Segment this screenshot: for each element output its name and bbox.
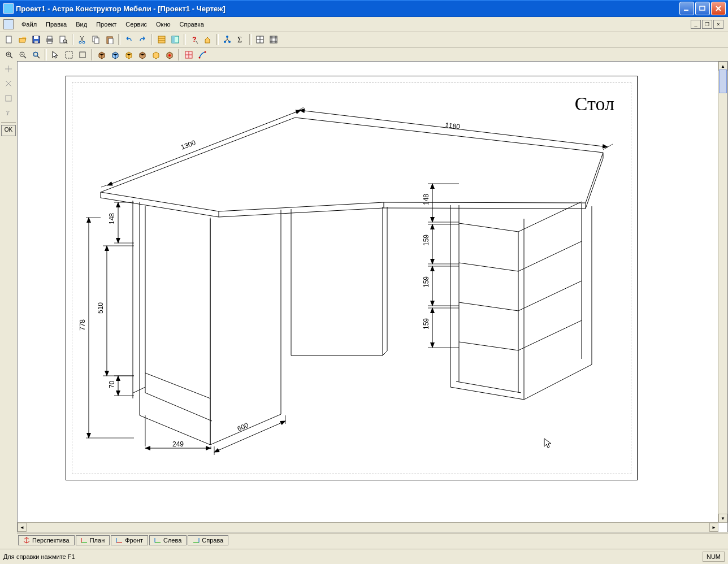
mdi-close-button[interactable]: × (713, 20, 723, 29)
menubar: Файл Правка Вид Проект Сервис Окно Справ… (0, 17, 728, 32)
svg-rect-2 (6, 36, 11, 43)
scroll-left-icon[interactable]: ◄ (18, 523, 27, 532)
tab-plan[interactable]: План (76, 535, 110, 545)
new-icon[interactable] (2, 33, 16, 46)
box-select-icon[interactable] (62, 48, 76, 62)
menu-service[interactable]: Сервис (121, 19, 151, 30)
tab-left[interactable]: Слева (149, 535, 187, 545)
menu-project[interactable]: Проект (92, 19, 121, 30)
library-icon[interactable] (155, 33, 168, 46)
svg-text:Σ: Σ (237, 36, 242, 44)
mdi-minimize-button[interactable]: _ (691, 20, 701, 29)
svg-line-11 (66, 42, 67, 44)
scroll-right-icon[interactable]: ► (709, 523, 718, 532)
menu-file[interactable]: Файл (17, 19, 41, 30)
dim-778: 778 (79, 319, 86, 331)
zoom-in-icon[interactable] (2, 48, 16, 62)
open-icon[interactable] (16, 33, 29, 46)
copy-icon[interactable] (89, 33, 103, 46)
svg-rect-7 (47, 36, 52, 39)
select-icon[interactable] (49, 48, 62, 62)
dim-148b: 148 (422, 194, 430, 205)
svg-rect-15 (94, 38, 99, 44)
scroll-down-icon[interactable]: ▼ (718, 514, 727, 523)
maximize-button[interactable] (695, 2, 710, 15)
status-num: NUM (703, 552, 725, 562)
svg-rect-1 (700, 6, 705, 10)
svg-rect-18 (158, 36, 165, 43)
horizontal-scrollbar[interactable]: ◄ ► (18, 522, 718, 532)
snap-1-icon[interactable] (2, 62, 15, 76)
drawing-canvas[interactable]: Стол (18, 62, 718, 523)
vertical-scrollbar[interactable]: ▲ ▼ (718, 62, 727, 523)
svg-rect-42 (66, 51, 72, 58)
cube-2-icon[interactable] (109, 48, 122, 62)
svg-text:T: T (6, 109, 10, 117)
grid2-icon[interactable] (267, 33, 280, 46)
menu-window[interactable]: Окно (151, 19, 175, 30)
titlebar: Проект1 - Астра Конструктор Мебели - [Пр… (0, 0, 728, 17)
close-button[interactable] (711, 2, 726, 15)
dim-249: 249 (172, 440, 184, 448)
mode-a-icon[interactable] (182, 48, 196, 62)
undo-icon[interactable] (122, 33, 136, 46)
svg-rect-43 (80, 52, 85, 58)
drawing-svg: 1300 1180 778 148 510 70 249 600 148 159… (66, 76, 637, 480)
zoom-out-icon[interactable] (16, 48, 29, 62)
document-icon[interactable] (3, 19, 14, 29)
cube-3-icon[interactable] (122, 48, 136, 62)
save-icon[interactable] (29, 33, 43, 46)
cube-6-icon[interactable] (163, 48, 176, 62)
cube-5-icon[interactable] (149, 48, 163, 62)
svg-text:?: ? (192, 36, 196, 44)
svg-line-55 (294, 107, 304, 113)
paste-icon[interactable] (103, 33, 116, 46)
tab-right[interactable]: Справа (188, 535, 228, 545)
cut-icon[interactable] (76, 33, 89, 46)
tab-perspective[interactable]: Перспектива (18, 535, 75, 545)
print-icon[interactable] (43, 33, 57, 46)
scroll-thumb-v[interactable] (719, 70, 727, 93)
dim-148a: 148 (108, 213, 116, 224)
svg-rect-31 (270, 36, 277, 43)
svg-rect-41 (34, 53, 37, 56)
svg-line-37 (24, 56, 26, 58)
zoom-fit-icon[interactable] (29, 48, 43, 62)
svg-line-54 (107, 110, 301, 185)
panel-icon[interactable] (168, 33, 182, 46)
svg-line-75 (214, 421, 285, 452)
snap-2-icon[interactable] (2, 77, 15, 90)
tab-front[interactable]: Фронт (111, 535, 148, 545)
print-preview-icon[interactable] (57, 33, 70, 46)
svg-line-56 (603, 144, 613, 150)
svg-point-44 (168, 54, 171, 57)
svg-rect-8 (47, 41, 52, 44)
dim-70: 70 (108, 380, 116, 388)
redo-icon[interactable] (136, 33, 149, 46)
workspace: Стол (17, 61, 728, 532)
svg-rect-22 (172, 36, 175, 43)
ok-button[interactable]: OK (1, 125, 16, 136)
sum-icon[interactable]: Σ (234, 33, 248, 46)
dim-1300: 1300 (180, 138, 197, 151)
mdi-restore-button[interactable]: ❐ (702, 20, 712, 29)
help-pointer-icon[interactable]: ? (188, 33, 201, 46)
toolbar-view (0, 47, 728, 63)
minimize-button[interactable] (679, 2, 694, 15)
grid1-icon[interactable] (253, 33, 267, 46)
text-t-icon[interactable]: T (2, 106, 15, 120)
info-icon[interactable] (201, 33, 215, 46)
tree-icon[interactable] (220, 33, 234, 46)
menu-view[interactable]: Вид (71, 19, 92, 30)
cube-1-icon[interactable] (95, 48, 109, 62)
menu-edit[interactable]: Правка (41, 19, 71, 30)
svg-point-46 (199, 57, 201, 59)
snap-3-icon[interactable] (2, 92, 15, 105)
cube-4-icon[interactable] (136, 48, 149, 62)
svg-point-24 (226, 36, 228, 38)
menu-help[interactable]: Справка (175, 19, 209, 30)
box-icon[interactable] (76, 48, 89, 62)
dim-1180: 1180 (445, 121, 461, 131)
dim-159a: 159 (422, 235, 430, 246)
mode-b-icon[interactable] (196, 48, 209, 62)
